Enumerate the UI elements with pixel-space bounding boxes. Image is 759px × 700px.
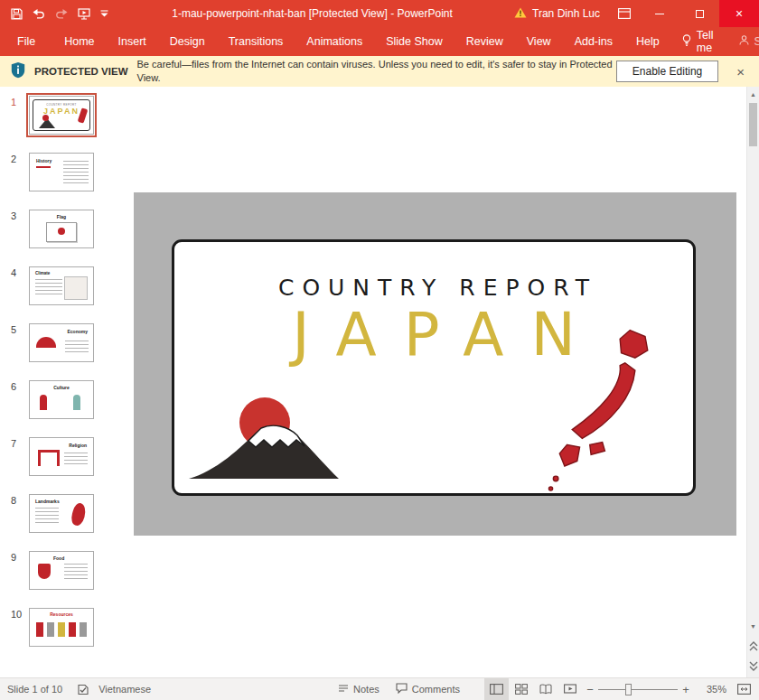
maximize-button[interactable] xyxy=(679,0,719,27)
thumbnail-art xyxy=(30,267,93,304)
titlebar-right: Tran Dinh Luc × xyxy=(505,0,759,27)
comments-button[interactable]: Comments xyxy=(388,678,468,700)
ribbon-tab-add-ins[interactable]: Add-ins xyxy=(563,27,624,56)
close-button[interactable]: × xyxy=(719,0,759,27)
ribbon: FileHomeInsertDesignTransitionsAnimation… xyxy=(0,27,759,56)
close-icon: × xyxy=(736,6,743,21)
thumbnail-row: 10Resources xyxy=(0,607,117,664)
window-title: 1-mau-powerpoint-nhat-ban [Protected Vie… xyxy=(119,7,505,20)
ribbon-tab-help[interactable]: Help xyxy=(624,27,671,56)
slide-canvas[interactable]: COUNTRY REPORT JAPAN xyxy=(117,87,746,677)
slide-1[interactable]: COUNTRY REPORT JAPAN xyxy=(134,192,736,536)
vertical-scrollbar[interactable]: ▲ ▼ xyxy=(746,87,759,677)
thumbnail-row: 4Climate xyxy=(0,266,117,322)
next-slide-icon[interactable] xyxy=(747,658,759,674)
start-from-beginning-icon[interactable] xyxy=(78,8,90,20)
zoom-out-button[interactable]: − xyxy=(582,678,598,700)
thumbnail-art xyxy=(30,154,93,191)
user-account[interactable]: Tran Dinh Luc xyxy=(505,7,609,21)
undo-icon[interactable] xyxy=(33,8,45,19)
slide-4-thumbnail[interactable]: Climate xyxy=(29,266,94,305)
slide-9-thumbnail[interactable]: Food xyxy=(29,551,94,590)
share-button[interactable]: Share xyxy=(725,35,759,48)
save-icon[interactable] xyxy=(11,8,23,20)
reading-view-button[interactable] xyxy=(533,678,558,700)
ribbon-tab-review[interactable]: Review xyxy=(454,27,515,56)
zoom-in-button[interactable]: + xyxy=(678,678,694,700)
slide-6-thumbnail[interactable]: Culture xyxy=(29,380,94,419)
ribbon-display-options-icon[interactable] xyxy=(609,8,640,19)
zoom-percentage[interactable]: 35% xyxy=(694,684,726,695)
view-buttons xyxy=(484,678,582,700)
shield-info-icon xyxy=(10,61,26,82)
slide-sorter-view-button[interactable] xyxy=(509,678,533,700)
share-label: Share xyxy=(754,35,759,48)
slide-number: 6 xyxy=(0,379,29,392)
notes-label: Notes xyxy=(353,684,380,695)
slide-kicker-text: COUNTRY REPORT xyxy=(174,275,693,301)
thumbnail-art xyxy=(30,609,93,646)
fit-slide-to-window-button[interactable] xyxy=(732,678,755,700)
warning-icon xyxy=(514,7,527,21)
redo-icon[interactable] xyxy=(55,8,68,19)
user-name: Tran Dinh Luc xyxy=(532,7,600,20)
language-indicator[interactable]: Vietnamese xyxy=(98,684,151,695)
accessibility-check-icon[interactable] xyxy=(77,684,89,695)
ribbon-tab-view[interactable]: View xyxy=(515,27,563,56)
tell-me-button[interactable]: Tell me xyxy=(671,29,725,54)
slide-1-thumbnail[interactable]: COUNTRY REPORTJAPAN xyxy=(29,96,94,135)
slide-7-thumbnail[interactable]: Religion xyxy=(29,437,94,476)
scroll-down-icon[interactable]: ▼ xyxy=(747,619,759,634)
person-icon xyxy=(739,35,749,48)
normal-view-button[interactable] xyxy=(484,678,509,700)
ribbon-tab-slide-show[interactable]: Slide Show xyxy=(374,27,454,56)
slide-10-thumbnail[interactable]: Resources xyxy=(29,608,94,647)
slide-2-thumbnail[interactable]: History xyxy=(29,153,94,191)
thumbnail-art xyxy=(30,552,93,589)
slide-3-thumbnail[interactable]: Flag xyxy=(29,210,94,248)
customize-qat-icon[interactable] xyxy=(100,10,108,17)
thumbnail-row: 1COUNTRY REPORTJAPAN xyxy=(0,95,117,152)
slide-8-thumbnail[interactable]: Landmarks xyxy=(29,494,94,533)
slide-title-card: COUNTRY REPORT JAPAN xyxy=(172,239,696,496)
thumbnail-row: 7Religion xyxy=(0,436,117,493)
mount-fuji-illustration xyxy=(187,397,341,481)
slide-number: 10 xyxy=(0,607,29,620)
comments-label: Comments xyxy=(412,684,460,695)
thumbnail-art xyxy=(30,210,93,247)
ribbon-tab-animations[interactable]: Animations xyxy=(295,27,374,56)
scrollbar-thumb[interactable] xyxy=(749,103,757,146)
ribbon-tab-file[interactable]: File xyxy=(0,27,52,56)
slide-5-thumbnail[interactable]: Economy xyxy=(29,323,94,362)
minimize-button[interactable] xyxy=(640,0,679,27)
thumbnail-art xyxy=(30,381,93,418)
powerpoint-window: 1-mau-powerpoint-nhat-ban [Protected Vie… xyxy=(0,0,759,700)
ribbon-tab-list: FileHomeInsertDesignTransitionsAnimation… xyxy=(0,27,671,56)
thumbnail-row: 8Landmarks xyxy=(0,493,117,550)
notes-icon xyxy=(338,684,349,695)
ribbon-tab-design[interactable]: Design xyxy=(158,27,217,56)
ribbon-tab-transitions[interactable]: Transitions xyxy=(217,27,295,56)
slide-number: 5 xyxy=(0,322,29,335)
zoom-slider-thumb[interactable] xyxy=(625,684,632,695)
slide-counter[interactable]: Slide 1 of 10 xyxy=(7,684,62,695)
protected-view-label: PROTECTED VIEW xyxy=(34,66,128,77)
banner-close-icon[interactable]: × xyxy=(733,63,748,80)
slide-number: 7 xyxy=(0,436,29,449)
thumbnail-row: 9Food xyxy=(0,550,117,607)
ribbon-tab-insert[interactable]: Insert xyxy=(107,27,158,56)
thumbnail-row: 2History xyxy=(0,152,117,209)
thumbnail-row: 5Economy xyxy=(0,322,117,379)
comments-icon xyxy=(396,683,408,695)
thumbnail-art xyxy=(30,495,93,532)
slide-number: 8 xyxy=(0,493,29,506)
slide-number: 1 xyxy=(0,95,29,107)
zoom-slider[interactable] xyxy=(598,678,678,700)
enable-editing-button[interactable]: Enable Editing xyxy=(616,61,718,82)
scroll-up-icon[interactable]: ▲ xyxy=(747,87,759,102)
ribbon-tab-home[interactable]: Home xyxy=(52,27,106,56)
previous-slide-icon[interactable] xyxy=(747,639,759,654)
thumbnail-art xyxy=(30,438,93,475)
notes-button[interactable]: Notes xyxy=(330,678,388,700)
slideshow-view-button[interactable] xyxy=(558,678,582,700)
